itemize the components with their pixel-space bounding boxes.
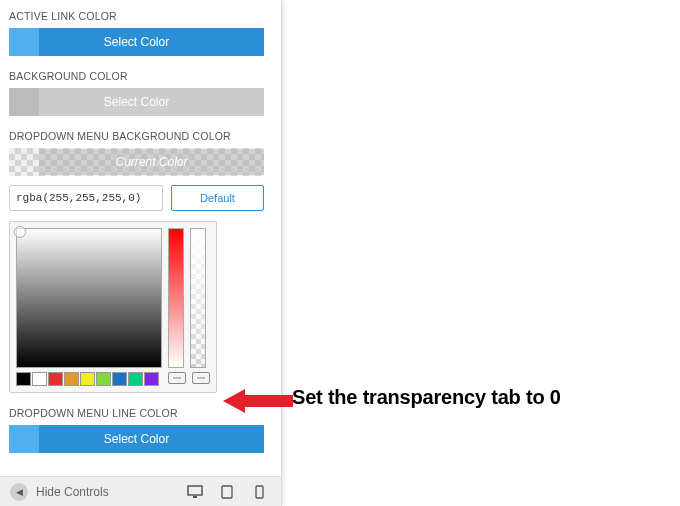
section-label-active-link: ACTIVE LINK COLOR (9, 10, 272, 22)
color-swatch (9, 425, 39, 453)
select-color-button-dd-line[interactable]: Select Color (9, 425, 264, 453)
annotation-text: Set the transparency tab to 0 (292, 386, 561, 409)
svg-rect-0 (188, 486, 202, 495)
select-color-button-active-link[interactable]: Select Color (9, 28, 264, 56)
customizer-panel: ACTIVE LINK COLOR Select Color BACKGROUN… (0, 0, 282, 506)
svg-rect-3 (256, 486, 263, 498)
select-color-button-background[interactable]: Select Color (9, 88, 264, 116)
tablet-icon[interactable] (219, 485, 235, 499)
color-picker (9, 221, 217, 393)
button-label: Select Color (104, 35, 169, 49)
saturation-value-area[interactable] (16, 228, 162, 368)
palette-swatch[interactable] (64, 372, 79, 386)
bottom-bar: ◀ Hide Controls (0, 476, 281, 506)
desktop-icon[interactable] (187, 485, 203, 499)
rgba-input[interactable] (9, 185, 163, 211)
section-label-background: BACKGROUND COLOR (9, 70, 272, 82)
palette-swatch[interactable] (48, 372, 63, 386)
alpha-slider[interactable] (190, 228, 206, 368)
sv-cursor-icon (14, 226, 26, 238)
annotation-arrow-icon (223, 388, 293, 414)
default-button[interactable]: Default (171, 185, 264, 211)
color-swatch (9, 88, 39, 116)
hue-slider[interactable] (168, 228, 184, 368)
palette-swatch[interactable] (112, 372, 127, 386)
current-color-button[interactable]: Current Color (9, 148, 264, 176)
svg-rect-2 (222, 486, 232, 498)
hide-controls-label[interactable]: Hide Controls (36, 485, 109, 499)
button-label: Current Color (39, 149, 264, 175)
svg-rect-1 (193, 496, 197, 498)
palette-swatch[interactable] (32, 372, 47, 386)
palette-row (16, 372, 162, 386)
palette-swatch[interactable] (96, 372, 111, 386)
mobile-icon[interactable] (251, 485, 267, 499)
palette-swatch[interactable] (144, 372, 159, 386)
palette-swatch[interactable] (80, 372, 95, 386)
section-label-dd-bg: DROPDOWN MENU BACKGROUND COLOR (9, 130, 272, 142)
color-swatch (9, 28, 39, 56)
alpha-slider-handle[interactable] (192, 372, 210, 384)
button-label: Select Color (104, 95, 169, 109)
hue-slider-handle[interactable] (168, 372, 186, 384)
svg-marker-4 (223, 389, 293, 413)
palette-swatch[interactable] (16, 372, 31, 386)
collapse-icon[interactable]: ◀ (10, 483, 28, 501)
button-label: Select Color (104, 432, 169, 446)
palette-swatch[interactable] (128, 372, 143, 386)
